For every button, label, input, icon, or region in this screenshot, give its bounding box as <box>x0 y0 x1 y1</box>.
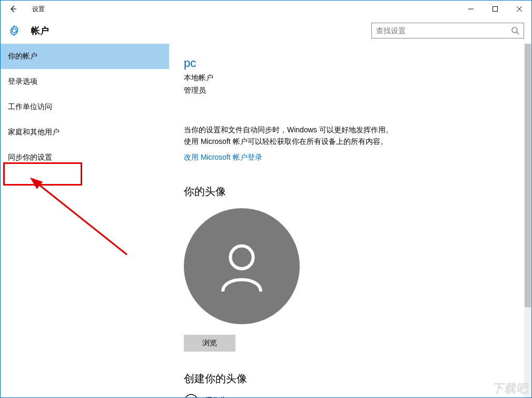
minimize-icon <box>468 6 474 12</box>
sidebar-item-label: 家庭和其他用户 <box>8 128 60 137</box>
sidebar-item-label: 登录选项 <box>8 77 37 86</box>
browse-button[interactable]: 浏览 <box>184 335 235 352</box>
svg-point-7 <box>185 394 197 397</box>
sidebar-item-your-account[interactable]: 你的帐户 <box>1 44 169 69</box>
sidebar-item-work-access[interactable]: 工作单位访问 <box>1 94 169 120</box>
sidebar: 你的帐户 登录选项 工作单位访问 家庭和其他用户 同步你的设置 <box>1 44 169 397</box>
maximize-icon <box>492 6 498 12</box>
content-pane: pc 本地帐户 管理员 当你的设置和文件自动同步时，Windows 可以更好地发… <box>169 44 531 397</box>
sidebar-item-family-other-users[interactable]: 家庭和其他用户 <box>1 120 169 145</box>
svg-line-5 <box>517 32 519 34</box>
search-icon <box>511 26 519 35</box>
sidebar-item-label: 同步你的设置 <box>8 153 52 162</box>
maximize-button[interactable] <box>483 1 507 17</box>
sidebar-item-signin-options[interactable]: 登录选项 <box>1 69 169 94</box>
svg-rect-1 <box>493 7 498 12</box>
svg-point-4 <box>512 27 517 33</box>
camera-label: 摄像头 <box>205 396 227 397</box>
close-button[interactable] <box>507 1 531 17</box>
sidebar-item-sync-settings[interactable]: 同步你的设置 <box>1 145 169 170</box>
gear-icon[interactable] <box>8 24 21 37</box>
username: pc <box>184 56 517 70</box>
minimize-button[interactable] <box>459 1 483 17</box>
search-box[interactable] <box>371 23 524 38</box>
create-avatar-heading: 创建你的头像 <box>184 372 517 386</box>
search-input[interactable] <box>376 26 511 35</box>
camera-icon <box>184 393 199 397</box>
back-button[interactable] <box>5 1 22 17</box>
svg-point-6 <box>230 246 253 268</box>
sidebar-item-label: 你的帐户 <box>8 52 37 61</box>
person-icon <box>210 235 273 298</box>
scrollbar[interactable] <box>524 44 531 397</box>
avatar-heading: 你的头像 <box>184 185 517 199</box>
scrollbar-thumb[interactable] <box>525 44 531 307</box>
account-type: 本地帐户 <box>184 73 517 83</box>
browse-button-label: 浏览 <box>202 338 217 348</box>
title-bar: 设置 <box>1 1 531 17</box>
close-icon <box>517 6 522 12</box>
account-role: 管理员 <box>184 86 517 95</box>
ms-account-link[interactable]: 改用 Microsoft 帐户登录 <box>184 153 262 162</box>
header: 帐户 <box>1 17 531 44</box>
page-heading: 帐户 <box>31 25 49 37</box>
sync-description: 当你的设置和文件自动同步时，Windows 可以更好地发挥作用。使用 Micro… <box>184 124 400 148</box>
avatar-image <box>184 208 300 324</box>
arrow-left-icon <box>9 5 17 13</box>
camera-option[interactable]: 摄像头 <box>184 393 517 397</box>
window-title: 设置 <box>32 5 45 14</box>
sidebar-item-label: 工作单位访问 <box>8 102 52 112</box>
